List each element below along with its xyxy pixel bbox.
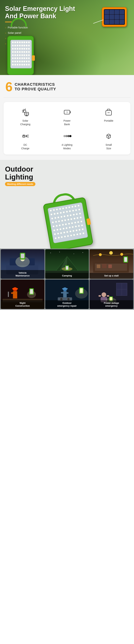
led-dot xyxy=(24,51,25,53)
svg-point-14 xyxy=(108,112,109,113)
led-dot xyxy=(17,48,18,50)
solar-cell xyxy=(104,20,109,24)
char-title-sub: TO PROVE QUALITY xyxy=(15,87,56,92)
char-item-powerbank: PowerBank xyxy=(47,106,87,126)
stall-label: Set up a stall xyxy=(90,273,133,279)
use-case-stall: Set up a stall xyxy=(90,249,133,279)
led-dot xyxy=(22,48,23,50)
lighting-modes-label: 4 LightingModes xyxy=(62,143,72,150)
svg-point-37 xyxy=(74,254,74,254)
use-case-repair: Outdooremergency repair xyxy=(45,280,89,309)
led-dot xyxy=(78,225,80,227)
led-dot xyxy=(78,205,79,207)
svg-rect-52 xyxy=(108,264,112,268)
use-cases-grid: VehicleMaintenance xyxy=(0,248,134,310)
led-dot xyxy=(79,229,80,231)
solar-cell xyxy=(104,15,109,19)
characteristics-section: 6 CHARACTERISTICS TO PROVE QUALITY xyxy=(0,75,134,160)
led-dot xyxy=(80,217,81,218)
characteristics-title-block: CHARACTERISTICS TO PROVE QUALITY xyxy=(15,82,56,92)
led-dot xyxy=(26,64,27,65)
led-dot xyxy=(79,213,80,214)
led-dot xyxy=(75,210,77,211)
led-dot xyxy=(28,54,30,56)
led-dot xyxy=(24,61,25,62)
led-dot xyxy=(67,215,68,217)
hero-title-line2: And Power Bank xyxy=(5,12,56,20)
svg-point-77 xyxy=(75,288,88,298)
small-size-label: SmallSize xyxy=(106,143,112,150)
led-dot xyxy=(66,207,67,209)
led-dot xyxy=(62,208,64,209)
led-dot xyxy=(14,42,16,43)
led-dot xyxy=(76,214,78,215)
emergency-label: Power outageemergency xyxy=(90,300,133,309)
characteristics-header: 6 CHARACTERISTICS TO PROVE QUALITY xyxy=(4,80,130,93)
led-dot xyxy=(28,61,30,62)
led-dot xyxy=(72,210,74,212)
svg-point-47 xyxy=(120,253,123,256)
camping-label: Camping xyxy=(45,273,89,279)
characteristics-grid: SolarCharging PowerBank xyxy=(4,102,130,154)
led-dot xyxy=(76,230,77,231)
char-divider xyxy=(4,98,130,98)
outdoor-lantern xyxy=(38,189,97,248)
led-dot xyxy=(22,58,23,59)
led-dot xyxy=(24,42,25,43)
led-dot xyxy=(73,234,75,236)
svg-point-38 xyxy=(82,252,83,253)
led-dot xyxy=(74,222,76,224)
led-dot xyxy=(60,216,62,218)
solar-charging-icon xyxy=(20,106,31,118)
repair-label: Outdooremergency repair xyxy=(45,300,89,309)
led-dot xyxy=(76,234,78,235)
led-dot xyxy=(17,42,18,43)
outdoor-title-line1: Outdoor xyxy=(5,165,33,173)
led-dot xyxy=(64,236,66,237)
solar-cell xyxy=(114,20,119,24)
led-dot xyxy=(58,217,59,218)
svg-point-24 xyxy=(64,135,66,137)
hero-title: Solar Emergency Light And Power Bank xyxy=(5,5,75,20)
led-dot xyxy=(17,64,18,65)
led-dot xyxy=(70,235,72,236)
svg-rect-60 xyxy=(8,292,9,297)
solar-cell xyxy=(114,15,119,19)
led-dot xyxy=(22,61,23,62)
led-dot xyxy=(65,224,67,225)
led-dot xyxy=(69,227,70,228)
led-dot xyxy=(14,58,16,59)
led-dot xyxy=(71,222,73,224)
svg-point-36 xyxy=(59,252,60,252)
led-dot xyxy=(19,54,20,56)
led-dot xyxy=(19,64,20,65)
led-dot xyxy=(80,233,81,235)
led-dot xyxy=(66,231,68,233)
svg-rect-12 xyxy=(70,111,70,113)
led-dot xyxy=(64,216,65,217)
led-dot xyxy=(68,223,70,224)
led-dot xyxy=(80,221,82,222)
led-dot xyxy=(54,217,56,219)
dc-charge-icon xyxy=(20,130,31,142)
outdoor-title: Outdoor Lighting xyxy=(5,165,129,181)
use-case-construction: NightConstruction xyxy=(1,280,44,309)
led-dot xyxy=(68,207,70,208)
led-dot xyxy=(54,213,56,215)
led-dot xyxy=(72,230,74,232)
solar-panel-inset xyxy=(102,7,127,27)
led-dot xyxy=(14,51,16,53)
outdoor-title-line2: Lighting xyxy=(5,173,33,181)
led-dot xyxy=(54,230,55,231)
svg-point-25 xyxy=(66,135,68,137)
led-dot xyxy=(62,224,64,226)
outdoor-text-block: Outdoor Lighting Meeting different needs xyxy=(0,165,134,188)
led-dot xyxy=(12,64,14,65)
led-dot xyxy=(58,237,60,238)
led-dot xyxy=(63,228,64,230)
led-dot xyxy=(26,48,27,50)
led-dot xyxy=(28,45,30,46)
led-dot xyxy=(66,211,68,213)
led-dot xyxy=(81,225,83,226)
vehicle-maintenance-label: VehicleMaintenance xyxy=(1,270,44,279)
